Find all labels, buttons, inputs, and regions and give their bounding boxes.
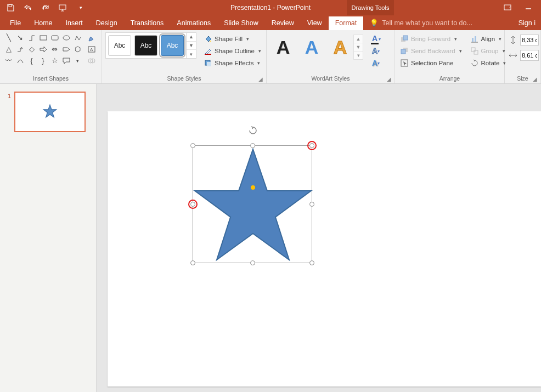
shape-height-field[interactable]	[508, 35, 539, 46]
shape-styles-launcher[interactable]: ◢	[257, 76, 264, 82]
shapes-gallery[interactable]: ╲ ↘ △ ◇ ⇔ ⬡ 〰 { } ☆ ▾	[3, 32, 83, 66]
slide-thumbnail-panel[interactable]: 1	[0, 84, 97, 392]
callout-shape-icon[interactable]	[61, 55, 71, 66]
pentagon-arrow-shape-icon[interactable]	[61, 44, 71, 54]
send-backward-button: Send Backward▾	[398, 46, 464, 56]
resize-handle-l[interactable]	[190, 202, 195, 207]
svg-rect-22	[474, 50, 478, 54]
style-preset-3[interactable]: Abc	[161, 35, 184, 56]
shape-style-gallery[interactable]: Abc Abc Abc	[105, 32, 187, 59]
freeform-shape-icon[interactable]	[72, 32, 83, 43]
start-slideshow-icon[interactable]	[58, 3, 68, 13]
oval-shape-icon[interactable]	[61, 32, 71, 43]
star-shape-icon[interactable]: ☆	[49, 55, 60, 66]
gallery-up-icon[interactable]: ▲	[187, 33, 196, 42]
brace-left-shape-icon[interactable]: {	[26, 55, 37, 66]
resize-handle-t[interactable]	[250, 143, 255, 148]
rotate-menu[interactable]: Rotate▾	[469, 58, 509, 69]
align-menu[interactable]: Align▾	[469, 33, 509, 44]
save-icon[interactable]	[5, 3, 15, 13]
tab-transitions[interactable]: Transitions	[124, 16, 171, 30]
gallery-more-icon[interactable]: ▾	[187, 50, 196, 58]
tell-me-search[interactable]: 💡 Tell me what you want to do...	[363, 16, 479, 30]
text-fill-button[interactable]: A▾	[369, 33, 383, 44]
resize-handle-r[interactable]	[309, 202, 314, 207]
hexagon-shape-icon[interactable]: ⬡	[72, 44, 83, 54]
line-arrow-shape-icon[interactable]: ↘	[15, 32, 25, 43]
diamond-shape-icon[interactable]: ◇	[26, 44, 37, 54]
adjustment-handle[interactable]	[251, 185, 255, 190]
effects-icon	[204, 59, 212, 67]
slide-thumbnail-1[interactable]	[14, 92, 86, 132]
slide-number-label: 1	[8, 93, 11, 99]
shape-outline-menu[interactable]: Shape Outline▾	[202, 46, 263, 56]
text-effects-button[interactable]: A▾	[369, 58, 383, 69]
sign-in-link[interactable]: Sign i	[513, 16, 541, 30]
elbow-arrow-shape-icon[interactable]	[15, 44, 25, 54]
wa-more-icon[interactable]: ▾	[354, 52, 363, 59]
width-input[interactable]	[520, 50, 539, 61]
style-gallery-nav[interactable]: ▲ ▼ ▾	[187, 32, 196, 59]
svg-rect-17	[401, 49, 405, 54]
gallery-more-icon[interactable]: ▾	[72, 55, 83, 66]
tab-view[interactable]: View	[301, 16, 329, 30]
height-input[interactable]	[520, 35, 539, 46]
wa-up-icon[interactable]: ▲	[354, 35, 363, 43]
wave-shape-icon[interactable]: 〰	[3, 55, 14, 66]
edit-shape-button[interactable]	[86, 32, 97, 43]
shape-effects-menu[interactable]: Shape Effects▾	[202, 58, 263, 69]
group-menu: Group▾	[469, 46, 509, 56]
tab-design[interactable]: Design	[89, 16, 124, 30]
right-arrow-shape-icon[interactable]	[38, 44, 48, 54]
wordart-gallery-nav[interactable]: ▲ ▼ ▾	[353, 35, 363, 60]
connector-shape-icon[interactable]	[26, 32, 37, 43]
resize-handle-tl[interactable]	[190, 143, 195, 148]
tab-animations[interactable]: Animations	[170, 16, 217, 30]
resize-handle-br[interactable]	[309, 260, 314, 265]
wordart-gallery[interactable]: A A A	[270, 32, 353, 62]
tab-review[interactable]: Review	[265, 16, 301, 30]
slide-canvas[interactable]	[108, 111, 541, 387]
shape-fill-menu[interactable]: Shape Fill▾	[202, 33, 263, 44]
ribbon-display-options-icon[interactable]	[498, 2, 517, 14]
style-preset-2[interactable]: Abc	[134, 35, 157, 56]
wordart-launcher[interactable]: ◢	[386, 76, 392, 82]
curve-shape-icon[interactable]	[15, 55, 25, 66]
star-shape[interactable]	[195, 149, 311, 260]
style-preset-1[interactable]: Abc	[108, 35, 131, 56]
tab-format[interactable]: Format	[329, 16, 364, 30]
resize-handle-tr[interactable]	[309, 143, 314, 148]
selection-pane-button[interactable]: Selection Pane	[398, 58, 464, 69]
rotate-handle[interactable]	[248, 126, 258, 135]
svg-rect-13	[207, 62, 211, 66]
size-launcher[interactable]: ◢	[532, 76, 538, 82]
slide-canvas-area[interactable]	[97, 84, 541, 392]
left-right-arrow-shape-icon[interactable]: ⇔	[49, 44, 60, 54]
pen-icon	[204, 47, 212, 55]
wordart-preset-1[interactable]: A	[271, 35, 295, 60]
wa-down-icon[interactable]: ▼	[354, 43, 363, 52]
resize-handle-bl[interactable]	[190, 260, 195, 265]
wordart-preset-2[interactable]: A	[300, 35, 324, 60]
wordart-preset-3[interactable]: A	[328, 35, 352, 60]
selection-frame[interactable]	[193, 145, 312, 263]
shape-width-field[interactable]	[508, 50, 539, 61]
minimize-button[interactable]	[519, 2, 538, 14]
rectangle-shape-icon[interactable]	[38, 32, 48, 43]
svg-text:A: A	[90, 47, 93, 52]
tab-file[interactable]: File	[3, 16, 27, 30]
text-outline-button[interactable]: A▾	[369, 46, 383, 56]
tab-slideshow[interactable]: Slide Show	[217, 16, 265, 30]
rounded-rect-shape-icon[interactable]	[49, 32, 60, 43]
tab-home[interactable]: Home	[27, 16, 59, 30]
resize-handle-b[interactable]	[250, 260, 255, 265]
undo-icon[interactable]	[23, 3, 33, 13]
gallery-down-icon[interactable]: ▼	[187, 42, 196, 50]
qat-more-icon[interactable]: ▾	[76, 3, 86, 13]
redo-icon[interactable]	[41, 3, 50, 13]
line-shape-icon[interactable]: ╲	[3, 32, 14, 43]
text-box-button[interactable]: A	[86, 44, 97, 54]
triangle-shape-icon[interactable]: △	[3, 44, 14, 54]
brace-right-shape-icon[interactable]: }	[38, 55, 48, 66]
tab-insert[interactable]: Insert	[59, 16, 89, 30]
